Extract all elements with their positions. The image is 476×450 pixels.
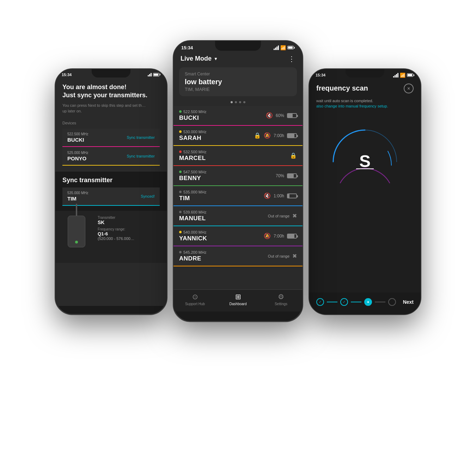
- step-2: ✓: [340, 298, 348, 306]
- dot-2: [235, 101, 237, 103]
- status-dot: [179, 251, 182, 253]
- out-of-range-label: Out of range: [268, 254, 289, 258]
- next-button[interactable]: Next: [403, 299, 414, 305]
- time-right: 15:34: [316, 73, 325, 77]
- device-status: 70%: [276, 173, 297, 178]
- status-icons-left: [148, 73, 160, 76]
- screen-right: 15:34 📶 frequency s: [309, 69, 421, 314]
- device-info: 535.000 MHz TIM: [67, 191, 88, 202]
- device-name: BUCKI: [179, 115, 266, 122]
- device-name: YANNICK: [179, 235, 264, 242]
- device-info: 547.500 MHz BENNY: [179, 170, 276, 182]
- dropdown-arrow-icon[interactable]: ▼: [214, 56, 218, 61]
- battery-bar: [287, 133, 297, 138]
- smart-center-card: Smart Center low battery TIM, MARIE: [179, 67, 297, 96]
- wifi-icon-center: 📶: [280, 45, 286, 50]
- devices-label-left: Devices: [62, 121, 160, 125]
- sync-device-row: 535.000 MHz TIM Synced!: [62, 187, 160, 206]
- device-freq: 535.000 MHz: [67, 191, 88, 195]
- settings-icon: ⚙: [278, 292, 284, 301]
- status-dot: [179, 171, 182, 173]
- nav-item-support-hub[interactable]: ⊙ Support Hub: [173, 292, 216, 306]
- mute-icon: 🔇: [264, 192, 271, 199]
- device-info: 530.000 MHz SARAH: [179, 130, 254, 142]
- freq-scan-link[interactable]: also change into manual frequency setup.: [316, 104, 388, 108]
- signal-icon-right: [393, 73, 398, 78]
- device-freq: 530.000 MHz: [179, 130, 254, 134]
- list-item[interactable]: 540.000 MHz YANNICK 🔕 7:00h: [173, 227, 303, 246]
- tx-details: Transmitter SK Frequency range: Q1-6 (52…: [98, 216, 134, 241]
- dashboard-icon: ⊞: [235, 292, 241, 301]
- dot-indicators: [173, 99, 303, 106]
- sync-transmitter-button[interactable]: Sync transmitter: [127, 135, 155, 140]
- device-info: 532.500 MHz MARCEL: [179, 150, 290, 162]
- device-info: 540.000 MHz YANNICK: [179, 230, 264, 242]
- dot-1: [231, 101, 233, 103]
- list-item[interactable]: 522.500 MHz BUCKI Sync transmitter: [62, 129, 160, 147]
- device-info: 522.500 MHz BUCKI: [179, 110, 266, 122]
- device-name: BUCKI: [67, 137, 88, 143]
- tx-led: [75, 241, 78, 244]
- sync-card: Sync transmitter 535.000 MHz TIM Synced!: [55, 172, 167, 211]
- bluetooth-icon: ✖: [292, 253, 297, 259]
- list-item[interactable]: 532.500 MHz MARCEL 🔒: [173, 146, 303, 166]
- more-options-icon[interactable]: ⋮: [288, 55, 295, 63]
- screen-left: 15:34 You are almost done!Just sync your…: [55, 69, 167, 306]
- notch-center: [215, 41, 261, 51]
- mute-icon: 🔇: [266, 112, 273, 119]
- left-heading: You are almost done!Just sync your trans…: [62, 83, 160, 100]
- nav-item-settings[interactable]: ⚙ Settings: [260, 292, 303, 306]
- step-line-2: [351, 302, 361, 302]
- freq-scan-header: frequency scan ×: [309, 79, 421, 98]
- list-item[interactable]: 547.500 MHz BENNY 70%: [173, 166, 303, 186]
- scan-circle-wrapper: S: [323, 119, 407, 204]
- step-3: ●: [364, 298, 372, 306]
- left-subtext: You can press Next to skip this step and…: [62, 103, 160, 114]
- list-item[interactable]: 525.000 MHz PONYO Sync transmitter: [62, 147, 160, 166]
- battery-bar: [287, 113, 297, 118]
- tx-antenna: [76, 204, 77, 216]
- list-item[interactable]: 539.600 MHz MANUEL Out of range ✖: [173, 206, 303, 226]
- device-status: 🔇 1:00h: [264, 192, 297, 199]
- nav-item-dashboard[interactable]: ⊞ Dashboard: [216, 292, 260, 306]
- progress-bar: ✓ ✓ ● Next: [309, 292, 421, 314]
- device-info: 539.600 MHz MANUEL: [179, 210, 268, 222]
- list-item[interactable]: 530.000 MHz SARAH 🔒 🔕 7:00h: [173, 126, 303, 146]
- step-4: [388, 298, 396, 306]
- sennheiser-logo: S: [359, 152, 371, 171]
- status-dot: [179, 231, 182, 233]
- status-dot: [179, 191, 182, 193]
- sync-transmitter-button[interactable]: Sync transmitter: [127, 154, 155, 158]
- device-info: 535.000 MHz TIM: [179, 190, 264, 202]
- mute-slash-icon: 🔕: [264, 233, 271, 239]
- step-circle-4: [388, 298, 396, 306]
- tx-freq-label: Frequency range:: [98, 227, 134, 231]
- battery-bar: [287, 193, 297, 198]
- list-item[interactable]: 545.200 MHz ANDRE Out of range ✖: [173, 247, 303, 266]
- time-center: 15:34: [181, 45, 193, 50]
- step-line-3: [375, 302, 385, 302]
- close-button[interactable]: ×: [404, 84, 414, 93]
- device-freq: 522.500 MHz: [67, 132, 88, 136]
- device-name: MARCEL: [179, 155, 290, 162]
- smart-center-label: Smart Center: [185, 72, 291, 76]
- device-info: 522.500 MHz BUCKI: [67, 132, 88, 143]
- device-name: SARAH: [179, 135, 254, 142]
- device-freq: 545.200 MHz: [179, 250, 268, 254]
- transmitter-image: [62, 216, 91, 258]
- bluetooth-icon: ✖: [292, 212, 297, 219]
- battery-bar: [287, 173, 297, 178]
- smart-center-subtitle: TIM, MARIE: [185, 87, 291, 92]
- list-item[interactable]: 522.500 MHz BUCKI 🔇 60%: [173, 106, 303, 126]
- bottom-nav: ⊙ Support Hub ⊞ Dashboard ⚙ Settings: [173, 289, 303, 312]
- list-item[interactable]: 535.000 MHz TIM 🔇 1:00h: [173, 186, 303, 206]
- tx-body: [68, 216, 85, 247]
- status-dot: [179, 211, 182, 213]
- out-of-range-label: Out of range: [268, 214, 289, 218]
- step-line-1: [327, 302, 337, 302]
- device-freq: 525.000 MHz: [67, 151, 88, 155]
- device-status: 🔒 🔕 7:00h: [254, 132, 297, 139]
- tx-freq-range2: (520.000 - 576.000…: [98, 236, 134, 241]
- device-status: 🔒: [290, 152, 297, 159]
- phone-right: 15:34 📶 frequency s: [309, 68, 421, 315]
